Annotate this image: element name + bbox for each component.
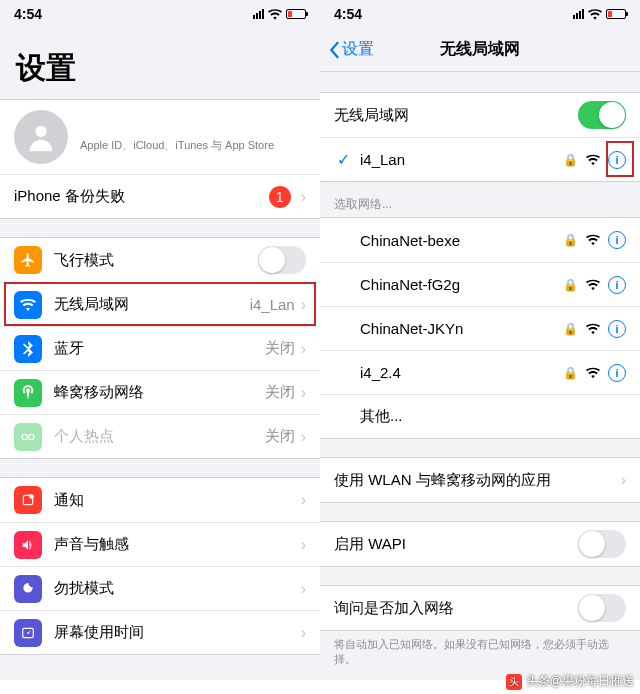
backup-failed-cell[interactable]: iPhone 备份失败 1 › [0, 174, 320, 218]
chevron-right-icon: › [301, 188, 306, 206]
network-row[interactable]: ChinaNet-fG2g 🔒i [320, 262, 640, 306]
chevron-right-icon: › [621, 471, 626, 489]
status-icons [573, 9, 626, 20]
notifications-cell[interactable]: 通知 › [0, 478, 320, 522]
wifi-signal-icon [586, 278, 600, 292]
info-button[interactable]: i [608, 364, 626, 382]
watermark-logo-icon: 头 [506, 674, 522, 690]
notifications-icon [14, 486, 42, 514]
svg-point-0 [35, 126, 46, 137]
page-title: 设置 [0, 28, 320, 99]
airplane-mode-cell[interactable]: 飞行模式 [0, 238, 320, 282]
apple-id-cell[interactable]: Apple ID、iCloud、iTunes 与 App Store [0, 100, 320, 174]
settings-root-screen: 4:54 设置 Apple ID、iCloud、iTunes 与 App Sto… [0, 0, 320, 680]
alert-badge: 1 [269, 186, 291, 208]
avatar-icon [14, 110, 68, 164]
network-row[interactable]: ChinaNet-JKYn 🔒i [320, 306, 640, 350]
wifi-toggle[interactable] [578, 101, 626, 129]
connected-network-cell[interactable]: ✓ i4_Lan 🔒 i [320, 137, 640, 181]
wapi-cell: 启用 WAPI [320, 522, 640, 566]
chevron-right-icon: › [301, 384, 306, 402]
lock-icon: 🔒 [563, 366, 578, 380]
status-icons [253, 9, 306, 20]
screentime-cell[interactable]: 屏幕使用时间 › [0, 610, 320, 654]
account-name-redacted [80, 122, 306, 138]
chevron-right-icon: › [301, 428, 306, 446]
svg-point-2 [29, 434, 34, 439]
other-network-cell[interactable]: 其他... [320, 394, 640, 438]
cellular-icon [14, 379, 42, 407]
wifi-settings-screen: 4:54 设置 无线局域网 无线局域网 ✓ i4_Lan 🔒 i [320, 0, 640, 680]
wifi-status-icon [268, 9, 282, 20]
chevron-right-icon: › [301, 536, 306, 554]
watermark: 头 头条@果粉每日推送 [506, 673, 634, 690]
wapi-toggle[interactable] [578, 530, 626, 558]
airplane-icon [14, 246, 42, 274]
chevron-right-icon: › [301, 624, 306, 642]
status-bar: 4:54 [320, 0, 640, 28]
status-time: 4:54 [14, 6, 42, 22]
signal-icon [573, 9, 584, 19]
wifi-icon [14, 291, 42, 319]
account-subtitle: Apple ID、iCloud、iTunes 与 App Store [80, 138, 306, 153]
status-time: 4:54 [334, 6, 362, 22]
chevron-right-icon: › [301, 491, 306, 509]
airplane-toggle[interactable] [258, 246, 306, 274]
battery-icon [606, 9, 626, 19]
dnd-icon [14, 575, 42, 603]
svg-point-1 [22, 434, 27, 439]
dnd-cell[interactable]: 勿扰模式 › [0, 566, 320, 610]
wifi-cell[interactable]: 无线局域网 i4_Lan › [0, 282, 320, 326]
sounds-icon [14, 531, 42, 559]
wifi-signal-icon [586, 153, 600, 167]
screentime-icon [14, 619, 42, 647]
info-button[interactable]: i [608, 320, 626, 338]
lock-icon: 🔒 [563, 322, 578, 336]
bluetooth-cell[interactable]: 蓝牙 关闭 › [0, 326, 320, 370]
svg-point-4 [29, 494, 34, 499]
wifi-master-switch-cell: 无线局域网 [320, 93, 640, 137]
nav-title: 无线局域网 [440, 39, 520, 60]
wifi-signal-icon [586, 233, 600, 247]
wifi-signal-icon [586, 366, 600, 380]
info-button[interactable]: i [608, 231, 626, 249]
info-button[interactable]: i [608, 151, 626, 169]
status-bar: 4:54 [0, 0, 320, 28]
network-row[interactable]: ChinaNet-bexe 🔒i [320, 218, 640, 262]
hotspot-cell[interactable]: 个人热点 关闭 › [0, 414, 320, 458]
cellular-cell[interactable]: 蜂窝移动网络 关闭 › [0, 370, 320, 414]
nav-bar: 设置 无线局域网 [320, 28, 640, 72]
signal-icon [253, 9, 264, 19]
lock-icon: 🔒 [563, 153, 578, 167]
chevron-right-icon: › [301, 340, 306, 358]
battery-icon [286, 9, 306, 19]
lock-icon: 🔒 [563, 233, 578, 247]
checkmark-icon: ✓ [334, 150, 352, 169]
ask-to-join-toggle[interactable] [578, 594, 626, 622]
back-button[interactable]: 设置 [328, 39, 374, 60]
chevron-right-icon: › [301, 580, 306, 598]
lock-icon: 🔒 [563, 278, 578, 292]
sounds-cell[interactable]: 声音与触感 › [0, 522, 320, 566]
info-button[interactable]: i [608, 276, 626, 294]
wifi-status-icon [588, 9, 602, 20]
wifi-signal-icon [586, 322, 600, 336]
apps-using-wlan-cell[interactable]: 使用 WLAN 与蜂窝移动网的应用 › [320, 458, 640, 502]
ask-to-join-cell: 询问是否加入网络 [320, 586, 640, 630]
network-row[interactable]: i4_2.4 🔒i [320, 350, 640, 394]
hotspot-icon [14, 423, 42, 451]
choose-network-header: 选取网络... [320, 188, 640, 217]
chevron-right-icon: › [301, 296, 306, 314]
bluetooth-icon [14, 335, 42, 363]
